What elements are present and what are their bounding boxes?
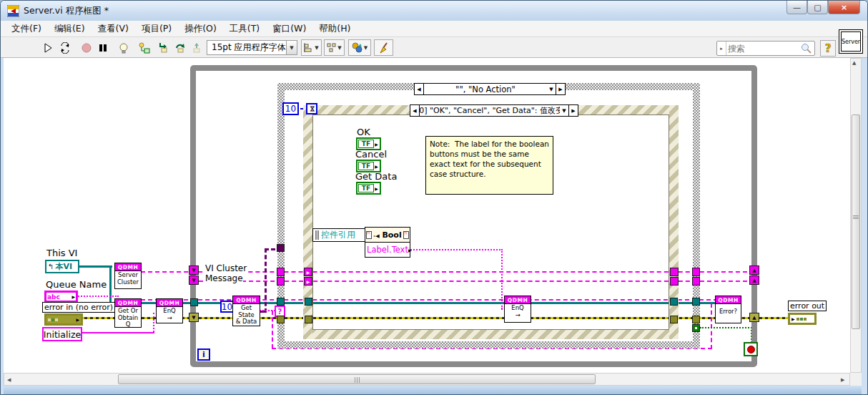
vi-icon[interactable]: Server [839,29,863,54]
error-out-terminal[interactable]: ▶ [788,313,817,325]
scroll-left-icon[interactable]: ◀ [7,377,11,383]
right-arrow-icon: ▶ [71,294,75,299]
tunnel-vi-cluster-event-right[interactable] [670,268,679,276]
event-structure-border-bottom[interactable] [303,330,679,339]
qdmh-body: Get State & Data [233,304,260,326]
menu-tools[interactable]: 工具(T) [223,21,266,37]
tunnel-message-event-right[interactable] [670,277,679,286]
minimize-button[interactable]: — [786,1,807,14]
run-continuous-button[interactable] [56,39,73,56]
event-timeout-terminal[interactable]: ⋈ [306,103,317,114]
tunnel-vi-cluster-case-left[interactable] [277,268,285,276]
this-vi-value: 本VI [55,261,72,272]
event-prev-icon[interactable]: ◀ [410,105,420,116]
align-objects-button[interactable]: ▼ [301,39,322,56]
qdmh-body: EnQ → [505,304,531,318]
search-box[interactable]: ▸ [716,41,815,56]
shift-register-error-right[interactable]: ▲ [749,313,759,322]
tunnel-message-event-left[interactable]: ▶ [304,277,312,286]
event-selector-label[interactable]: ◀ [0] "OK", "Cancel", "Get Data": 值改变 ▼ … [410,104,578,117]
horizontal-scrollbar[interactable]: ◀ ▶ [4,373,850,386]
close-button[interactable]: × [828,1,860,14]
case-dropdown-icon[interactable]: ▼ [547,84,556,94]
scroll-up-icon[interactable]: ▲ [852,60,856,66]
help-button[interactable]: ? [820,40,836,57]
control-reference[interactable]: 控件引用 [312,228,365,242]
shift-register-error-left[interactable]: ▼ [189,313,199,322]
tunnel-queue-event-left[interactable] [305,298,312,306]
tunnel-error-event-right[interactable] [670,316,678,323]
tunnel-class-case-left[interactable] [277,244,285,252]
note-comment[interactable]: Note: The label for the boolean buttons … [425,136,553,195]
queue-name-terminal[interactable]: abc ▶ [44,291,78,303]
tunnel-queue-case-left[interactable] [277,298,285,306]
step-over-button[interactable] [172,39,188,56]
qdmh-get-state-data-node[interactable]: QDMH Get State & Data [232,296,260,326]
search-expander-icon[interactable]: ▸ [717,42,726,55]
vertical-scrollbar-thumb[interactable] [852,114,860,329]
minimize-icon: — [793,3,801,12]
maximize-button[interactable]: ▢ [807,1,828,14]
case-prev-icon[interactable]: ◀ [415,84,424,94]
get-data-terminal[interactable]: TF▶ [356,182,381,195]
tunnel-message-case-right[interactable] [692,277,700,286]
event-next-icon[interactable]: ▶ [568,105,578,116]
loop-condition-terminal[interactable] [744,342,758,356]
font-selector[interactable]: 15pt 应用程序字体 ▼ [207,40,297,55]
menu-help[interactable]: 帮助(H) [312,21,357,37]
event-dropdown-icon[interactable]: ▼ [560,105,568,116]
this-vi-terminal[interactable]: ↰ 本VI [45,260,79,273]
font-dropdown-icon[interactable]: ▼ [286,41,297,54]
error-in-terminal[interactable]: ▶ [44,313,83,326]
qdmh-get-or-obtain-q-node[interactable]: QDMH Get Or Obtain Q [114,298,142,328]
tunnel-queue-event-right[interactable] [670,298,678,306]
shift-register-vi-cluster-left[interactable]: ▼ [189,265,199,275]
iteration-terminal[interactable]: i [197,348,210,361]
tunnel-message-case-left[interactable] [277,277,285,286]
case-structure-border-bottom[interactable] [277,341,700,348]
horizontal-scrollbar-thumb[interactable] [118,374,596,384]
search-input[interactable] [726,43,800,54]
qdmh-server-cluster-node[interactable]: QDMH Server Cluster [114,263,142,289]
qdmh-error-check-node[interactable]: QDMH Error? [715,296,741,323]
menu-window[interactable]: 窗口(W) [266,21,312,37]
event-timeout-constant[interactable]: 10 [282,102,299,115]
menu-view[interactable]: 查看(V) [92,21,135,37]
tunnel-vi-cluster-event-left[interactable]: ▶ [304,268,312,276]
qdmh-enqueue-node[interactable]: QDMH EnQ → [156,298,183,323]
menu-operate[interactable]: 操作(O) [178,21,223,37]
shift-register-message-right[interactable]: ▲ [749,275,759,285]
vertical-scrollbar[interactable]: ▲ [850,58,862,373]
menu-project[interactable]: 项目(P) [135,21,178,37]
menu-edit[interactable]: 编辑(E) [48,21,92,37]
menu-file[interactable]: 文件(F) [5,21,48,37]
distribute-objects-button[interactable]: ▼ [324,39,345,56]
case-selector-label[interactable]: ◀ "", "No Action" ▼ ▶ [414,83,566,95]
abort-button[interactable] [78,39,94,56]
tunnel-error-case-left[interactable] [277,316,285,323]
scroll-right-icon[interactable]: ▶ [841,377,844,383]
retain-wire-values-button[interactable] [135,39,153,56]
tunnel-error-event-left[interactable] [305,316,312,323]
step-into-button[interactable] [155,39,172,56]
cleanup-diagram-button[interactable] [374,39,393,56]
reorder-button[interactable]: ▼ [348,39,371,56]
qdmh-enqueue-event-node[interactable]: QDMH EnQ → [504,296,531,323]
block-diagram[interactable]: ◀ "", "No Action" ▼ ▶ ◀ [0] "OK", "Cance… [4,58,850,373]
tunnel-queue-case-right[interactable] [692,298,700,306]
highlight-execution-button[interactable] [115,39,132,56]
initialize-constant[interactable]: Initialize [42,327,82,341]
tunnel-vi-cluster-case-right[interactable] [692,268,700,276]
pause-button[interactable] [94,39,111,56]
title-bar[interactable]: Server.vi 程序框图 * — ▢ × [1,1,868,21]
run-button[interactable] [39,39,56,56]
shift-register-vi-cluster-right[interactable]: ▲ [749,265,759,275]
tunnel-stop-case-right[interactable] [692,324,700,332]
tunnel-queue-loop-left[interactable] [190,298,198,306]
property-node[interactable]: ?! -◀ Bool ?! Label.Text ▶ [365,227,410,258]
tunnel-error-case-right[interactable] [692,316,700,323]
case-structure-border-right[interactable] [693,83,700,348]
step-out-button[interactable] [188,39,204,56]
case-next-icon[interactable]: ▶ [556,84,565,94]
shift-register-message-left[interactable]: ▼ [189,275,199,285]
